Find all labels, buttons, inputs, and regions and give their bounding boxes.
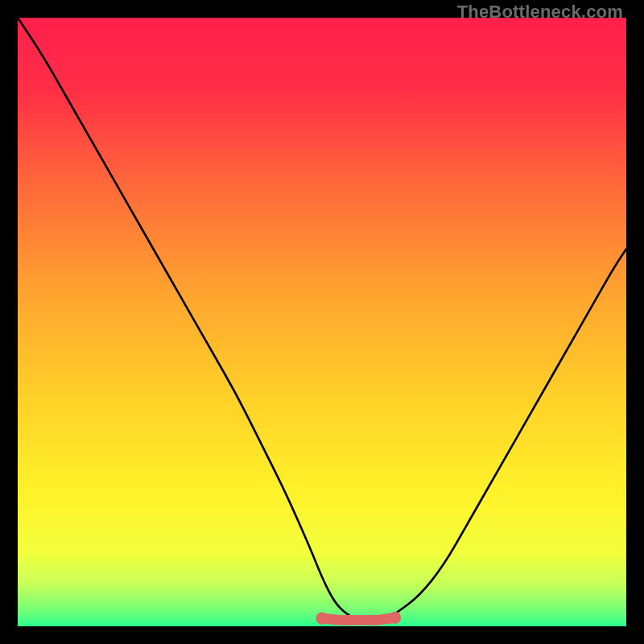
svg-point-2 [389, 612, 401, 624]
bottleneck-curve [18, 18, 626, 620]
floor-band-line [322, 617, 395, 620]
bottleneck-curve-svg [18, 18, 626, 626]
plot-area [18, 18, 626, 626]
svg-point-1 [316, 613, 328, 625]
chart-frame: TheBottleneck.com [0, 0, 644, 644]
